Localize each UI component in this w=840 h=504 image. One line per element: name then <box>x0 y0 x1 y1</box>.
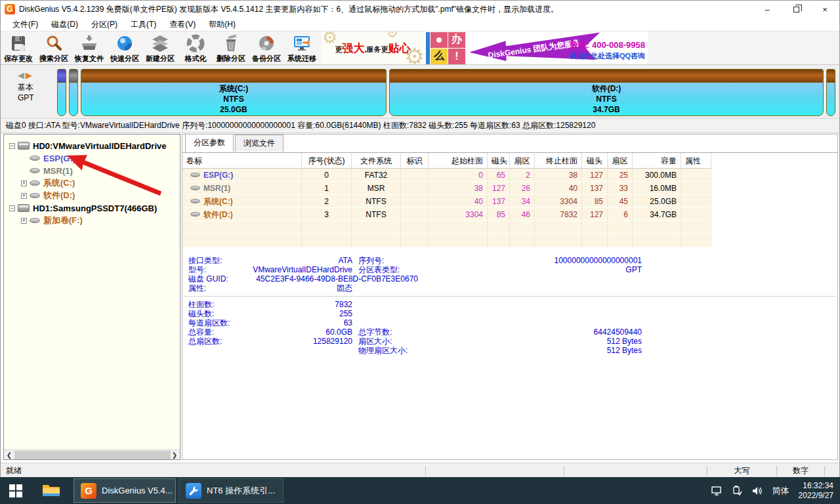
scrollbar-thumb[interactable] <box>14 451 171 459</box>
detail-value: 10000000000000000001 <box>445 256 642 265</box>
scroll-right-icon[interactable]: ❯ <box>169 452 180 459</box>
tree-item-esp[interactable]: ESP(G:) <box>4 152 75 164</box>
file-explorer-button[interactable] <box>42 482 60 498</box>
expand-icon[interactable]: + <box>21 193 27 199</box>
ad-qq-link[interactable]: 或点击此处选择QQ咨询 <box>569 51 645 61</box>
minimize-button[interactable]: – <box>753 1 782 18</box>
search-partition-button[interactable]: 搜索分区 <box>36 32 72 64</box>
ad-banner-power[interactable]: ⚙ ⚙ ⚙ 更强大,服务更贴心 <box>321 32 425 64</box>
col-volume[interactable]: 卷标 <box>182 153 302 169</box>
partition-name: 系统(C:) <box>81 83 386 94</box>
partition-table: 卷标 序号(状态) 文件系统 标识 起始柱面 磁头 扇区 终止柱面 磁头 扇区 … <box>182 153 837 247</box>
tree-item-newvolume-f[interactable]: + 新加卷(F:) <box>4 215 83 226</box>
partition-block-esp[interactable] <box>57 69 66 116</box>
disk-type-label: 基本GPT <box>18 82 54 103</box>
tree-item-system-c[interactable]: + 系统(C:) <box>4 177 75 189</box>
expand-icon[interactable]: + <box>21 180 27 186</box>
format-button[interactable]: 格式化 <box>178 32 213 64</box>
tree-horizontal-scrollbar[interactable]: ❮ ❯ <box>4 450 180 459</box>
collapse-icon[interactable]: − <box>9 205 15 211</box>
window-controls: – × <box>753 1 839 18</box>
col-flag[interactable]: 标识 <box>401 153 429 169</box>
partition-block-c[interactable]: 系统(C:) NTFS 25.0GB <box>81 69 387 116</box>
tree-item-label: HD1:SamsungPSSDT7(466GB) <box>33 203 157 213</box>
delete-partition-icon <box>221 33 241 53</box>
next-disk-icon[interactable]: ▶ <box>26 70 33 80</box>
ad-tile-dot <box>430 32 448 48</box>
tree-item-hd1[interactable]: − HD1:SamsungPSSDT7(466GB) <box>4 202 157 214</box>
volume-icon[interactable] <box>751 486 763 496</box>
disk-info-line: 磁盘0 接口:ATA 型号:VMwareVirtualIDEHardDrive … <box>1 119 839 133</box>
partition-row-msr[interactable]: MSR(1) 1 MSR 38 127 26 40 137 33 16.0MB <box>182 182 837 195</box>
ad-banner-zenmeban[interactable]: 办 么 ! <box>425 32 467 64</box>
menu-disk[interactable]: 磁盘(D) <box>45 18 85 32</box>
menu-partition[interactable]: 分区(P) <box>85 18 124 32</box>
partition-block-d[interactable]: 软件(D:) NTFS 34.7GB <box>389 69 824 116</box>
col-end-sector[interactable]: 扇区 <box>608 153 633 169</box>
taskbar-clock[interactable]: 16:32:34 2022/9/27 <box>799 481 833 501</box>
ad-banner-service[interactable]: DiskGenius 团队为您服务 致电: 400-008-9958 或点击此处… <box>467 32 648 64</box>
expand-icon[interactable]: + <box>21 218 27 224</box>
col-end-cylinder[interactable]: 终止柱面 <box>535 153 582 169</box>
save-changes-button[interactable]: 保存更改 <box>1 32 36 64</box>
delete-partition-button[interactable]: 删除分区 <box>213 32 249 64</box>
collapse-icon[interactable]: − <box>9 143 15 149</box>
tab-browse-files[interactable]: 浏览文件 <box>235 135 284 152</box>
tree-item-msr[interactable]: MSR(1) <box>4 165 73 177</box>
partition-block-clipped[interactable] <box>826 69 835 116</box>
taskbar-app-diskgenius[interactable]: G DiskGenius V5.4... <box>74 478 176 503</box>
col-start-sector[interactable]: 扇区 <box>510 153 535 169</box>
partition-row-software-d[interactable]: 软件(D:) 3 NTFS 3304 85 46 7832 127 6 34.7… <box>182 208 837 221</box>
tree-item-label: 新加卷(F:) <box>43 215 83 226</box>
folder-icon <box>42 482 60 498</box>
col-end-head[interactable]: 磁头 <box>582 153 608 169</box>
input-language[interactable]: 简体 <box>772 485 789 497</box>
partition-icon <box>190 173 200 177</box>
system-migration-button[interactable]: 系统迁移 <box>284 32 320 64</box>
recover-files-icon <box>79 33 99 53</box>
toolbar: 保存更改 搜索分区 恢复文件 快速分区 新建分区 格式化 <box>1 31 839 65</box>
prev-disk-icon[interactable]: ◀ <box>18 70 26 80</box>
new-partition-button[interactable]: 新建分区 <box>142 32 178 64</box>
tab-partition-params[interactable]: 分区参数 <box>185 134 234 152</box>
backup-partition-icon <box>257 33 276 53</box>
ad-power-text: 更强大,服务更贴心 <box>335 41 410 56</box>
ad-phone-text: 致电: 400-008-9958 <box>570 39 645 51</box>
col-filesystem[interactable]: 文件系统 <box>352 153 401 169</box>
tree-item-hd0[interactable]: − HD0:VMwareVirtualIDEHardDrive <box>4 140 167 152</box>
disk-tree-panel: − HD0:VMwareVirtualIDEHardDrive ESP(G:) … <box>3 134 180 460</box>
clock-date: 2022/9/27 <box>799 491 833 501</box>
menu-help[interactable]: 帮助(H) <box>202 18 242 32</box>
scroll-left-icon[interactable]: ❮ <box>4 452 14 459</box>
close-button[interactable]: × <box>810 1 839 18</box>
backup-partition-button[interactable]: 备份分区 <box>249 32 284 64</box>
restore-button[interactable] <box>782 1 810 18</box>
col-attribute[interactable]: 属性 <box>681 153 711 169</box>
partition-row-esp[interactable]: ESP(G:) 0 FAT32 0 65 2 38 127 25 300.0MB <box>182 169 837 182</box>
menu-view[interactable]: 查看(V) <box>163 18 202 32</box>
taskbar-app-nt6[interactable]: NT6 操作系统引... <box>178 478 284 503</box>
start-button[interactable] <box>9 484 22 497</box>
col-number-status[interactable]: 序号(状态) <box>302 153 352 169</box>
partition-row-system-c[interactable]: 系统(C:) 2 NTFS 40 137 34 3304 85 45 25.0G… <box>182 195 837 208</box>
partition-detail-panel: 分区参数 浏览文件 卷标 序号(状态) 文件系统 标识 起始柱面 磁头 扇区 终… <box>182 134 838 460</box>
disk-nav: ◀▶ 基本GPT <box>18 70 54 103</box>
taskbar: G DiskGenius V5.4... NT6 操作系统引... 简体 16:… <box>0 477 840 504</box>
col-capacity[interactable]: 容量 <box>633 153 681 169</box>
col-start-cylinder[interactable]: 起始柱面 <box>429 153 488 169</box>
ad-tile-me: 么 <box>430 49 448 64</box>
quick-partition-button[interactable]: 快速分区 <box>107 32 142 64</box>
diskgenius-window: G DiskGenius V5.4.2.1239 免费版(单文件PE版) 发现新… <box>0 0 840 477</box>
status-capslock: 大写 <box>707 465 776 476</box>
tree-item-software-d[interactable]: + 软件(D:) <box>4 190 75 201</box>
col-start-head[interactable]: 磁头 <box>488 153 510 169</box>
partition-size: 34.7GB <box>390 104 823 115</box>
clock-time: 16:32:34 <box>799 481 833 491</box>
gear-icon: ⚙ <box>387 32 398 41</box>
usb-icon[interactable] <box>732 486 742 496</box>
network-icon[interactable] <box>711 486 723 496</box>
menu-tools[interactable]: 工具(T) <box>124 18 163 32</box>
partition-block-msr[interactable] <box>69 69 78 116</box>
menu-file[interactable]: 文件(F) <box>6 18 45 32</box>
recover-files-button[interactable]: 恢复文件 <box>72 32 107 64</box>
